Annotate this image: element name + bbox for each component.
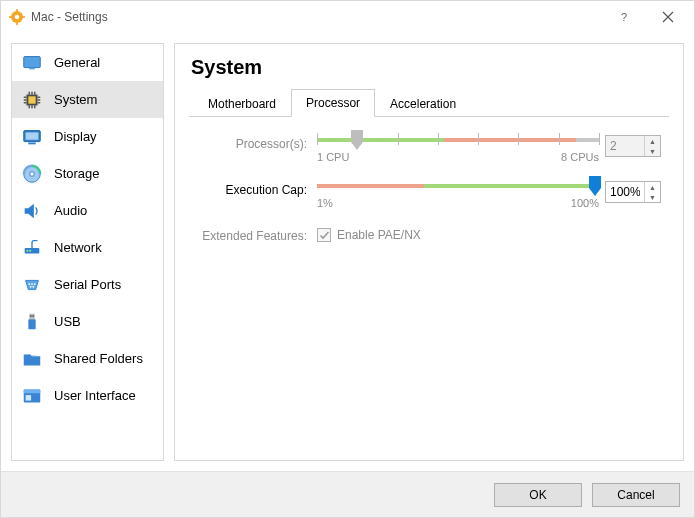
ok-button[interactable]: OK [494, 483, 582, 507]
execution-cap-label: Execution Cap: [193, 181, 311, 197]
svg-rect-39 [32, 315, 33, 317]
content-area: General System Display Storage [1, 33, 694, 471]
sidebar-item-usb[interactable]: USB [12, 303, 163, 340]
svg-rect-3 [16, 22, 18, 25]
svg-rect-7 [24, 56, 41, 67]
svg-point-27 [30, 171, 35, 176]
sidebar-item-label: USB [54, 314, 81, 329]
svg-point-1 [15, 15, 20, 20]
extended-features-label: Extended Features: [193, 227, 311, 243]
checkbox-icon [317, 228, 331, 242]
serial-ports-icon [20, 273, 44, 297]
processors-row: Processor(s): [193, 135, 665, 163]
close-button[interactable] [646, 2, 690, 32]
page-title: System [191, 56, 669, 79]
tab-processor[interactable]: Processor [291, 89, 375, 117]
tabs: Motherboard Processor Acceleration [189, 89, 669, 117]
svg-rect-2 [16, 9, 18, 12]
execution-cap-max-label: 100% [571, 197, 599, 209]
svg-rect-29 [27, 249, 29, 251]
help-button[interactable]: ? [602, 2, 646, 32]
system-chip-icon [20, 88, 44, 112]
processors-thumb[interactable] [351, 130, 363, 150]
svg-rect-37 [28, 319, 35, 329]
network-icon [20, 236, 44, 260]
sidebar-item-user-interface[interactable]: User Interface [12, 377, 163, 414]
spin-down-icon[interactable]: ▼ [645, 192, 660, 202]
sidebar-item-label: Network [54, 240, 102, 255]
display-icon [20, 125, 44, 149]
execution-cap-min-label: 1% [317, 197, 333, 209]
usb-icon [20, 310, 44, 334]
svg-point-35 [32, 285, 34, 287]
tab-body-processor: Processor(s): [189, 117, 669, 247]
execution-cap-thumb[interactable] [589, 176, 601, 196]
sidebar: General System Display Storage [11, 43, 164, 461]
processors-value[interactable] [606, 136, 644, 156]
svg-rect-5 [22, 16, 25, 18]
tab-acceleration[interactable]: Acceleration [375, 90, 471, 117]
svg-rect-41 [24, 389, 41, 393]
svg-rect-10 [28, 96, 35, 103]
svg-rect-24 [26, 132, 39, 139]
window-title: Mac - Settings [31, 10, 108, 24]
folder-icon [20, 347, 44, 371]
svg-rect-25 [28, 142, 35, 144]
svg-point-32 [31, 283, 33, 285]
settings-window: Mac - Settings ? General System [0, 0, 695, 518]
svg-point-31 [28, 283, 30, 285]
sidebar-item-storage[interactable]: Storage [12, 155, 163, 192]
sidebar-item-label: General [54, 55, 100, 70]
processors-slider[interactable] [317, 135, 599, 145]
ui-icon [20, 384, 44, 408]
extended-features-row: Extended Features: Enable PAE/NX [193, 227, 665, 243]
processors-min-label: 1 CPU [317, 151, 349, 163]
processors-max-label: 8 CPUs [561, 151, 599, 163]
sidebar-item-label: Display [54, 129, 97, 144]
titlebar: Mac - Settings ? [1, 1, 694, 33]
spin-up-icon[interactable]: ▲ [645, 182, 660, 192]
sidebar-item-audio[interactable]: Audio [12, 192, 163, 229]
sidebar-item-serial-ports[interactable]: Serial Ports [12, 266, 163, 303]
svg-rect-4 [9, 16, 12, 18]
spin-up-icon[interactable]: ▲ [645, 136, 660, 146]
svg-text:?: ? [621, 11, 627, 23]
processors-label: Processor(s): [193, 135, 311, 151]
sidebar-item-general[interactable]: General [12, 44, 163, 81]
svg-rect-8 [29, 67, 35, 69]
svg-rect-30 [29, 249, 31, 251]
general-icon [20, 51, 44, 75]
cancel-button[interactable]: Cancel [592, 483, 680, 507]
svg-point-34 [30, 285, 32, 287]
sidebar-item-system[interactable]: System [12, 81, 163, 118]
sidebar-item-label: System [54, 92, 97, 107]
execution-cap-value[interactable] [606, 182, 644, 202]
execution-cap-spinbox[interactable]: ▲ ▼ [605, 181, 661, 203]
pae-nx-label: Enable PAE/NX [337, 228, 421, 242]
pae-nx-checkbox[interactable]: Enable PAE/NX [317, 228, 665, 242]
svg-rect-36 [29, 313, 35, 319]
execution-cap-row: Execution Cap: 1% [193, 181, 665, 209]
spin-down-icon[interactable]: ▼ [645, 146, 660, 156]
sidebar-item-display[interactable]: Display [12, 118, 163, 155]
storage-icon [20, 162, 44, 186]
sidebar-item-label: Shared Folders [54, 351, 143, 366]
sidebar-item-label: Serial Ports [54, 277, 121, 292]
audio-icon [20, 199, 44, 223]
sidebar-item-label: Storage [54, 166, 100, 181]
svg-rect-38 [30, 315, 31, 317]
sidebar-item-network[interactable]: Network [12, 229, 163, 266]
execution-cap-slider[interactable] [317, 181, 599, 191]
tab-motherboard[interactable]: Motherboard [193, 90, 291, 117]
sidebar-item-shared-folders[interactable]: Shared Folders [12, 340, 163, 377]
sidebar-item-label: Audio [54, 203, 87, 218]
app-gear-icon [9, 9, 25, 25]
sidebar-item-label: User Interface [54, 388, 136, 403]
svg-rect-42 [26, 395, 31, 401]
footer: OK Cancel [1, 471, 694, 517]
main-panel: System Motherboard Processor Acceleratio… [174, 43, 684, 461]
svg-point-33 [34, 283, 36, 285]
processors-spinbox[interactable]: ▲ ▼ [605, 135, 661, 157]
